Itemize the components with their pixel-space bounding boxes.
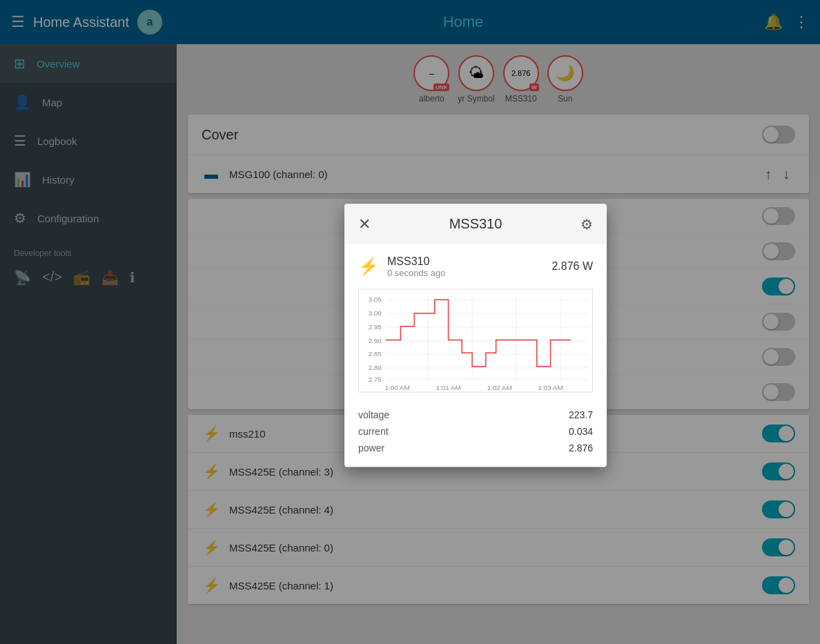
stats-table: voltage 223.7 current 0.034 power 2.876	[358, 406, 593, 456]
stats-label-voltage: voltage	[358, 409, 389, 420]
entity-name: MSS310	[387, 255, 446, 267]
svg-text:3.00: 3.00	[369, 309, 382, 317]
entity-lightning-icon: ⚡	[358, 257, 379, 276]
stats-value-power: 2.876	[569, 442, 593, 453]
stats-row-current: current 0.034	[358, 422, 593, 439]
modal-entity-row: ⚡ MSS310 0 seconds ago 2.876 W	[358, 255, 593, 277]
modal: ✕ MSS310 ⚙ ⚡ MSS310 0 seconds ago 2.876 …	[344, 204, 607, 467]
modal-body: ⚡ MSS310 0 seconds ago 2.876 W 3.05 3.00…	[344, 244, 607, 467]
stats-row-voltage: voltage 223.7	[358, 406, 593, 422]
modal-title: MSS310	[449, 216, 502, 232]
stats-label-current: current	[358, 425, 389, 436]
entity-value: 2.876 W	[551, 260, 593, 273]
chart-svg: 3.05 3.00 2.95 2.90 2.85 2.80 2.75	[358, 289, 593, 392]
svg-text:2.90: 2.90	[369, 336, 382, 344]
stats-label-power: power	[358, 442, 384, 453]
svg-text:1:03 AM: 1:03 AM	[538, 383, 563, 391]
stats-row-power: power 2.876	[358, 439, 593, 456]
modal-header: ✕ MSS310 ⚙	[344, 204, 607, 244]
svg-text:2.95: 2.95	[369, 322, 382, 330]
svg-text:2.85: 2.85	[369, 350, 382, 358]
svg-text:2.75: 2.75	[369, 375, 382, 382]
modal-close-button[interactable]: ✕	[358, 215, 371, 233]
chart-container: 3.05 3.00 2.95 2.90 2.85 2.80 2.75	[358, 289, 593, 395]
modal-settings-button[interactable]: ⚙	[580, 215, 593, 232]
stats-value-current: 0.034	[569, 425, 593, 436]
svg-text:1:02 AM: 1:02 AM	[487, 383, 511, 391]
entity-time: 0 seconds ago	[387, 267, 446, 277]
svg-text:1:01 AM: 1:01 AM	[436, 383, 460, 391]
entity-info: MSS310 0 seconds ago	[387, 255, 446, 277]
svg-text:2.80: 2.80	[369, 363, 382, 371]
svg-text:3.05: 3.05	[369, 295, 382, 303]
stats-value-voltage: 223.7	[569, 409, 593, 420]
svg-text:1:00 AM: 1:00 AM	[384, 383, 409, 391]
